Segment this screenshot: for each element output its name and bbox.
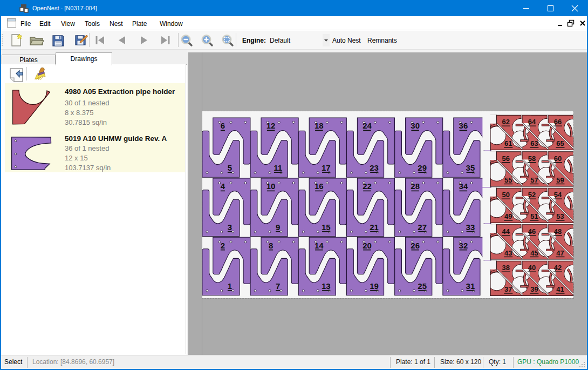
- svg-text:51: 51: [530, 212, 538, 220]
- svg-text:41: 41: [556, 285, 564, 293]
- svg-text:12: 12: [266, 121, 276, 130]
- svg-text:35: 35: [466, 163, 475, 172]
- svg-text:21: 21: [370, 222, 379, 231]
- svg-text:37: 37: [504, 285, 512, 293]
- svg-text:2: 2: [221, 240, 225, 250]
- svg-text:24: 24: [363, 121, 372, 130]
- svg-text:9: 9: [276, 222, 280, 231]
- svg-text:38: 38: [502, 264, 510, 272]
- svg-text:60: 60: [554, 154, 562, 163]
- svg-text:34: 34: [459, 181, 468, 191]
- svg-text:10: 10: [266, 181, 276, 191]
- svg-text:20: 20: [363, 240, 372, 250]
- svg-text:5: 5: [228, 163, 232, 172]
- svg-text:26: 26: [411, 240, 420, 250]
- svg-text:46: 46: [528, 227, 536, 235]
- svg-text:13: 13: [322, 281, 331, 290]
- svg-text:63: 63: [530, 139, 538, 147]
- svg-text:49: 49: [504, 212, 512, 220]
- svg-text:23: 23: [370, 163, 379, 172]
- svg-text:40: 40: [528, 264, 536, 272]
- svg-text:25: 25: [418, 281, 427, 290]
- svg-text:45: 45: [530, 248, 538, 257]
- svg-text:18: 18: [314, 121, 324, 130]
- svg-text:47: 47: [556, 248, 564, 257]
- svg-text:52: 52: [528, 191, 536, 199]
- svg-text:53: 53: [556, 212, 564, 220]
- svg-text:17: 17: [322, 163, 331, 172]
- svg-text:65: 65: [556, 139, 564, 147]
- svg-text:56: 56: [502, 154, 510, 163]
- svg-text:48: 48: [554, 227, 562, 235]
- svg-text:66: 66: [554, 118, 562, 126]
- svg-text:32: 32: [459, 240, 468, 250]
- svg-text:55: 55: [504, 176, 512, 184]
- svg-text:62: 62: [502, 118, 510, 126]
- svg-text:39: 39: [530, 285, 538, 293]
- svg-text:44: 44: [502, 227, 510, 235]
- svg-text:4: 4: [221, 181, 225, 191]
- svg-text:19: 19: [370, 281, 379, 290]
- svg-text:6: 6: [221, 121, 225, 130]
- svg-text:14: 14: [314, 240, 324, 250]
- svg-text:57: 57: [530, 176, 538, 184]
- svg-text:31: 31: [466, 281, 475, 290]
- svg-text:43: 43: [504, 248, 512, 257]
- svg-text:3: 3: [228, 222, 232, 231]
- svg-text:28: 28: [411, 181, 420, 191]
- svg-text:29: 29: [418, 163, 427, 172]
- svg-text:54: 54: [554, 191, 562, 199]
- svg-text:58: 58: [528, 154, 536, 163]
- svg-text:16: 16: [314, 181, 324, 191]
- svg-text:59: 59: [556, 176, 564, 184]
- svg-text:33: 33: [466, 222, 475, 231]
- svg-text:22: 22: [363, 181, 372, 191]
- svg-text:15: 15: [322, 222, 331, 231]
- svg-text:36: 36: [459, 121, 468, 130]
- svg-text:11: 11: [274, 163, 282, 172]
- svg-text:8: 8: [269, 240, 273, 250]
- svg-text:61: 61: [504, 139, 512, 147]
- svg-text:64: 64: [528, 118, 536, 126]
- svg-text:30: 30: [411, 121, 420, 130]
- svg-text:42: 42: [554, 264, 562, 272]
- svg-text:50: 50: [502, 191, 510, 199]
- svg-text:1: 1: [228, 281, 232, 290]
- svg-text:7: 7: [276, 281, 280, 290]
- svg-text:27: 27: [418, 222, 427, 231]
